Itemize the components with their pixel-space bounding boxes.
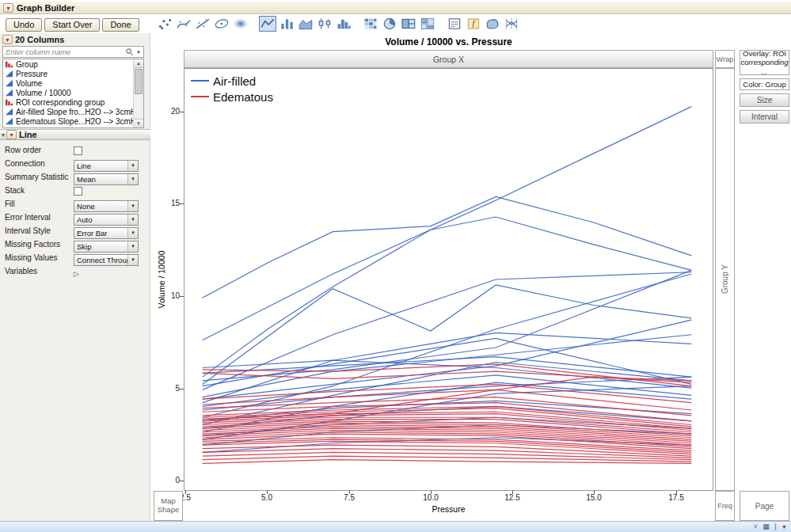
column-item[interactable]: Volume / 10000 (3, 89, 133, 98)
red-triangle-menu-icon[interactable]: ▼ (6, 130, 17, 139)
prop-row: ConnectionLine▼ (0, 157, 150, 170)
prop-row: Summary StatisticMean▼ (0, 170, 150, 184)
x-tick-mark (185, 491, 186, 494)
variables-disclosure-icon[interactable]: ▷ (74, 270, 79, 278)
toolbar-separator (437, 15, 445, 31)
column-filter-input[interactable] (3, 48, 125, 57)
legend-item[interactable]: Air-filled (191, 73, 273, 89)
mosaic-icon[interactable] (419, 16, 436, 32)
treemap-icon[interactable] (400, 16, 417, 32)
line-of-fit-icon[interactable] (194, 16, 211, 32)
status-bar: ˅ ▦ | ▼ (0, 521, 791, 532)
prop-row: Variables▷ (0, 264, 150, 278)
interval-dropzone[interactable]: Interval (740, 110, 789, 124)
y-tick-label: 0 (156, 476, 180, 484)
column-item[interactable]: ROI corresponding group (3, 98, 133, 108)
map-shape-icon[interactable] (484, 16, 501, 32)
size-dropzone[interactable]: Size (740, 93, 789, 107)
bar-icon[interactable] (278, 16, 295, 32)
parallel-plot-icon[interactable] (503, 16, 520, 32)
scroll-up-icon[interactable]: ▲ (134, 59, 143, 68)
area-icon[interactable] (297, 16, 314, 32)
filter-menu-icon[interactable]: ▾ (134, 49, 143, 55)
plot-area[interactable]: Air-filledEdematous (184, 68, 713, 491)
map-shape-dropzone[interactable]: Map Shape (154, 491, 183, 521)
overlay-label: Overlay: ROI (743, 49, 786, 58)
graph-builder-window: ▼ Graph Builder UndoStart OverDone f ▼ 2… (0, 0, 791, 532)
line-chart[interactable] (184, 69, 713, 490)
stack-checkbox[interactable] (74, 187, 82, 196)
y-tick-label: 5 (156, 384, 180, 393)
undo-button[interactable]: Undo (6, 18, 42, 32)
scrollbar-thumb[interactable] (135, 69, 143, 94)
red-triangle-menu-icon[interactable]: ▼ (3, 3, 13, 13)
pie-icon[interactable] (381, 16, 398, 32)
chart-legend: Air-filledEdematous (191, 73, 273, 104)
continuous-column-icon (3, 89, 16, 98)
heatmap-icon[interactable] (362, 16, 379, 32)
search-icon (125, 45, 134, 59)
color-dropzone[interactable]: Color: Group (740, 78, 789, 90)
group-y-dropzone[interactable]: Group Y (715, 68, 735, 491)
columns-header: ▼ 20 Columns (2, 34, 64, 44)
scroll-down-icon[interactable]: ▼ (134, 119, 143, 127)
row-order-checkbox[interactable] (74, 146, 82, 155)
column-item[interactable]: Air-filled Slope fro...H2O --> 3cmH2O (3, 108, 133, 117)
start-over-button[interactable]: Start Over (44, 18, 100, 32)
prop-row: Row order (0, 143, 150, 157)
y-axis[interactable]: 05101520 (150, 68, 182, 491)
line-icon[interactable] (259, 16, 276, 32)
page-dropzone[interactable]: Page (740, 491, 789, 521)
collapse-triangle-icon[interactable]: ▾ (2, 131, 5, 139)
x-axis[interactable]: 2.55.07.510.012.515.017.5 (184, 493, 713, 503)
continuous-column-icon (3, 79, 16, 89)
smoother-icon[interactable] (175, 16, 192, 32)
control-panel-sidebar: ▼ 20 Columns ▾ GroupPressureVolumeVolume… (0, 33, 150, 521)
group-x-dropzone[interactable]: Group X (184, 50, 713, 68)
points-icon[interactable] (156, 16, 173, 32)
x-tick-label: 5.0 (249, 493, 284, 502)
column-item[interactable]: Pressure (3, 70, 133, 79)
column-list-scrollbar[interactable]: ▲ ▼ (133, 59, 143, 127)
column-item[interactable]: Group (3, 60, 133, 70)
column-item[interactable]: Volume (3, 79, 133, 89)
done-button[interactable]: Done (102, 18, 139, 32)
command-buttons: UndoStart OverDone (6, 17, 142, 32)
histogram-icon[interactable] (335, 16, 352, 32)
x-tick-mark (676, 491, 677, 494)
prop-row: Missing ValuesConnect Through▼ (0, 251, 150, 264)
x-tick-mark (512, 491, 513, 494)
toolbar-separator (250, 15, 258, 31)
x-tick-mark (431, 491, 432, 494)
overlay-dropzone[interactable]: Overlay: ROI corresponding ... (740, 50, 789, 75)
freq-dropzone[interactable]: Freq (715, 491, 735, 521)
wrap-dropzone[interactable]: Wrap (715, 50, 735, 68)
x-tick-mark (267, 491, 268, 494)
y-tick-mark (180, 112, 184, 112)
prop-row: FillNone▼ (0, 197, 150, 211)
prop-row: Error IntervalAuto▼ (0, 211, 150, 224)
overlay-value: corresponding ... (740, 58, 789, 76)
caption-box-icon[interactable] (446, 16, 463, 32)
red-triangle-menu-icon[interactable]: ▼ (781, 524, 787, 530)
line-properties: Row orderConnectionLine▼Summary Statisti… (0, 143, 150, 278)
separator: | (774, 522, 776, 530)
y-tick-label: 20 (156, 107, 180, 116)
column-item[interactable]: Edematous Slope...H2O --> 3cmH2O (3, 117, 133, 127)
collapse-panel-icon[interactable]: ˅ (753, 522, 757, 530)
group-y-label: Group Y (721, 264, 729, 294)
red-triangle-menu-icon[interactable]: ▼ (2, 35, 13, 44)
toolbar-separator (353, 15, 361, 31)
formula-icon[interactable]: f (465, 16, 482, 32)
y-axis-title: Volume / 10000 (157, 251, 166, 309)
contour-icon[interactable] (232, 16, 249, 32)
box-plot-icon[interactable] (316, 16, 333, 32)
nominal-column-icon (3, 98, 16, 108)
line-section-header[interactable]: ▾ ▼ Line (0, 129, 150, 140)
toolbar-row: UndoStart OverDone f (0, 15, 791, 33)
legend-item[interactable]: Edematous (191, 89, 273, 104)
graph-canvas: Volume / 10000 vs. Pressure Group X Wrap… (150, 33, 791, 521)
ellipse-icon[interactable] (213, 16, 230, 32)
line-section-label: Line (19, 130, 37, 139)
data-table-icon[interactable]: ▦ (762, 522, 770, 530)
